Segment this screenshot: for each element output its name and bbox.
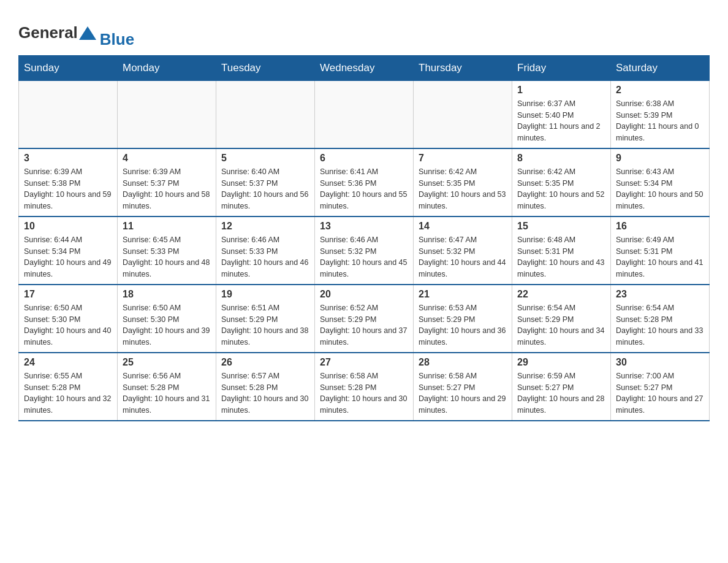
calendar-day-cell: 6Sunrise: 6:41 AMSunset: 5:36 PMDaylight… xyxy=(315,148,414,216)
day-number: 16 xyxy=(616,221,704,232)
day-info: Sunrise: 6:46 AMSunset: 5:33 PMDaylight:… xyxy=(221,234,309,280)
calendar-day-cell: 2Sunrise: 6:38 AMSunset: 5:39 PMDaylight… xyxy=(611,80,710,148)
day-number: 28 xyxy=(419,357,507,368)
weekday-header-row: SundayMondayTuesdayWednesdayThursdayFrid… xyxy=(19,55,710,80)
day-info: Sunrise: 6:40 AMSunset: 5:37 PMDaylight:… xyxy=(221,166,309,212)
day-info: Sunrise: 6:42 AMSunset: 5:35 PMDaylight:… xyxy=(419,166,507,212)
day-number: 6 xyxy=(320,153,408,164)
day-info: Sunrise: 7:00 AMSunset: 5:27 PMDaylight:… xyxy=(616,370,704,416)
calendar-day-cell: 5Sunrise: 6:40 AMSunset: 5:37 PMDaylight… xyxy=(216,148,315,216)
day-info: Sunrise: 6:49 AMSunset: 5:31 PMDaylight:… xyxy=(616,234,704,280)
calendar-day-cell: 13Sunrise: 6:46 AMSunset: 5:32 PMDayligh… xyxy=(315,216,414,285)
calendar-day-cell: 20Sunrise: 6:52 AMSunset: 5:29 PMDayligh… xyxy=(315,285,414,353)
calendar-day-cell: 1Sunrise: 6:37 AMSunset: 5:40 PMDaylight… xyxy=(512,80,611,148)
day-info: Sunrise: 6:47 AMSunset: 5:32 PMDaylight:… xyxy=(419,234,507,280)
calendar-day-cell xyxy=(315,80,414,148)
day-number: 4 xyxy=(123,153,211,164)
day-number: 12 xyxy=(221,221,309,232)
day-info: Sunrise: 6:53 AMSunset: 5:29 PMDaylight:… xyxy=(419,302,507,348)
day-number: 20 xyxy=(320,289,408,300)
calendar-day-cell: 22Sunrise: 6:54 AMSunset: 5:29 PMDayligh… xyxy=(512,285,611,353)
calendar-table: SundayMondayTuesdayWednesdayThursdayFrid… xyxy=(18,55,710,421)
day-info: Sunrise: 6:59 AMSunset: 5:27 PMDaylight:… xyxy=(517,370,605,416)
day-number: 1 xyxy=(517,85,605,96)
calendar-week-row: 17Sunrise: 6:50 AMSunset: 5:30 PMDayligh… xyxy=(19,285,710,353)
calendar-day-cell: 19Sunrise: 6:51 AMSunset: 5:29 PMDayligh… xyxy=(216,285,315,353)
day-number: 18 xyxy=(123,289,211,300)
calendar-day-cell: 12Sunrise: 6:46 AMSunset: 5:33 PMDayligh… xyxy=(216,216,315,285)
day-number: 8 xyxy=(517,153,605,164)
day-number: 24 xyxy=(24,357,112,368)
day-info: Sunrise: 6:45 AMSunset: 5:33 PMDaylight:… xyxy=(123,234,211,280)
calendar-day-cell: 11Sunrise: 6:45 AMSunset: 5:33 PMDayligh… xyxy=(118,216,216,285)
day-info: Sunrise: 6:46 AMSunset: 5:32 PMDaylight:… xyxy=(320,234,408,280)
logo-general-text: General xyxy=(18,23,78,42)
calendar-day-cell: 28Sunrise: 6:58 AMSunset: 5:27 PMDayligh… xyxy=(414,353,512,421)
day-info: Sunrise: 6:54 AMSunset: 5:28 PMDaylight:… xyxy=(616,302,704,348)
day-info: Sunrise: 6:54 AMSunset: 5:29 PMDaylight:… xyxy=(517,302,605,348)
calendar-day-cell: 25Sunrise: 6:56 AMSunset: 5:28 PMDayligh… xyxy=(118,353,216,421)
calendar-day-cell: 29Sunrise: 6:59 AMSunset: 5:27 PMDayligh… xyxy=(512,353,611,421)
weekday-header-monday: Monday xyxy=(118,55,216,80)
calendar-day-cell: 23Sunrise: 6:54 AMSunset: 5:28 PMDayligh… xyxy=(611,285,710,353)
calendar-day-cell xyxy=(118,80,216,148)
day-number: 9 xyxy=(616,153,704,164)
day-number: 14 xyxy=(419,221,507,232)
logo: General Blue xyxy=(18,17,134,49)
calendar-day-cell: 9Sunrise: 6:43 AMSunset: 5:34 PMDaylight… xyxy=(611,148,710,216)
day-number: 30 xyxy=(616,357,704,368)
calendar-day-cell: 26Sunrise: 6:57 AMSunset: 5:28 PMDayligh… xyxy=(216,353,315,421)
day-number: 5 xyxy=(221,153,309,164)
day-info: Sunrise: 6:37 AMSunset: 5:40 PMDaylight:… xyxy=(517,98,605,144)
calendar-day-cell: 18Sunrise: 6:50 AMSunset: 5:30 PMDayligh… xyxy=(118,285,216,353)
calendar-day-cell: 15Sunrise: 6:48 AMSunset: 5:31 PMDayligh… xyxy=(512,216,611,285)
calendar-day-cell: 10Sunrise: 6:44 AMSunset: 5:34 PMDayligh… xyxy=(19,216,118,285)
day-number: 19 xyxy=(221,289,309,300)
day-info: Sunrise: 6:57 AMSunset: 5:28 PMDaylight:… xyxy=(221,370,309,416)
day-info: Sunrise: 6:50 AMSunset: 5:30 PMDaylight:… xyxy=(24,302,112,348)
day-info: Sunrise: 6:56 AMSunset: 5:28 PMDaylight:… xyxy=(123,370,211,416)
calendar-day-cell xyxy=(414,80,512,148)
day-number: 2 xyxy=(616,85,704,96)
day-info: Sunrise: 6:58 AMSunset: 5:28 PMDaylight:… xyxy=(320,370,408,416)
day-info: Sunrise: 6:44 AMSunset: 5:34 PMDaylight:… xyxy=(24,234,112,280)
weekday-header-tuesday: Tuesday xyxy=(216,55,315,80)
weekday-header-friday: Friday xyxy=(512,55,611,80)
weekday-header-wednesday: Wednesday xyxy=(315,55,414,80)
logo-blue-text: Blue xyxy=(100,30,134,49)
calendar-day-cell: 24Sunrise: 6:55 AMSunset: 5:28 PMDayligh… xyxy=(19,353,118,421)
day-info: Sunrise: 6:52 AMSunset: 5:29 PMDaylight:… xyxy=(320,302,408,348)
day-number: 29 xyxy=(517,357,605,368)
day-number: 15 xyxy=(517,221,605,232)
calendar-day-cell: 30Sunrise: 7:00 AMSunset: 5:27 PMDayligh… xyxy=(611,353,710,421)
calendar-header: SundayMondayTuesdayWednesdayThursdayFrid… xyxy=(19,55,710,80)
calendar-week-row: 3Sunrise: 6:39 AMSunset: 5:38 PMDaylight… xyxy=(19,148,710,216)
day-number: 23 xyxy=(616,289,704,300)
day-number: 21 xyxy=(419,289,507,300)
day-info: Sunrise: 6:38 AMSunset: 5:39 PMDaylight:… xyxy=(616,98,704,144)
day-info: Sunrise: 6:55 AMSunset: 5:28 PMDaylight:… xyxy=(24,370,112,416)
day-number: 3 xyxy=(24,153,112,164)
logo-text-line2 xyxy=(100,17,134,30)
day-number: 27 xyxy=(320,357,408,368)
calendar-day-cell: 4Sunrise: 6:39 AMSunset: 5:37 PMDaylight… xyxy=(118,148,216,216)
day-number: 7 xyxy=(419,153,507,164)
day-number: 11 xyxy=(123,221,211,232)
day-info: Sunrise: 6:39 AMSunset: 5:37 PMDaylight:… xyxy=(123,166,211,212)
calendar-day-cell: 27Sunrise: 6:58 AMSunset: 5:28 PMDayligh… xyxy=(315,353,414,421)
day-number: 25 xyxy=(123,357,211,368)
day-info: Sunrise: 6:58 AMSunset: 5:27 PMDaylight:… xyxy=(419,370,507,416)
day-info: Sunrise: 6:50 AMSunset: 5:30 PMDaylight:… xyxy=(123,302,211,348)
day-number: 10 xyxy=(24,221,112,232)
calendar-week-row: 24Sunrise: 6:55 AMSunset: 5:28 PMDayligh… xyxy=(19,353,710,421)
logo-triangle-icon xyxy=(79,26,96,40)
calendar-day-cell xyxy=(19,80,118,148)
day-number: 26 xyxy=(221,357,309,368)
header: General Blue xyxy=(18,12,710,49)
calendar-body: 1Sunrise: 6:37 AMSunset: 5:40 PMDaylight… xyxy=(19,80,710,421)
calendar-week-row: 10Sunrise: 6:44 AMSunset: 5:34 PMDayligh… xyxy=(19,216,710,285)
day-info: Sunrise: 6:43 AMSunset: 5:34 PMDaylight:… xyxy=(616,166,704,212)
day-number: 13 xyxy=(320,221,408,232)
day-number: 17 xyxy=(24,289,112,300)
calendar-day-cell: 17Sunrise: 6:50 AMSunset: 5:30 PMDayligh… xyxy=(19,285,118,353)
